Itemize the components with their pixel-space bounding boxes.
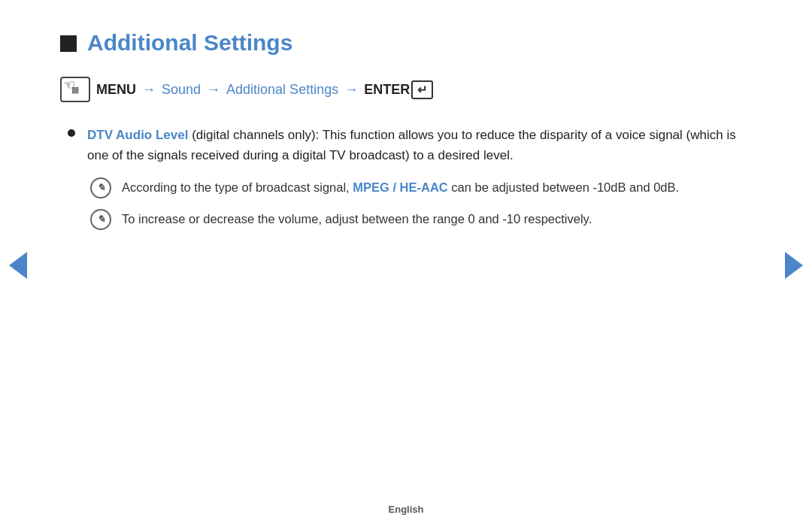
note-icon-2: ✎: [90, 209, 111, 230]
section-block-icon: [60, 35, 77, 52]
bullet-text: DTV Audio Level (digital channels only):…: [87, 125, 744, 165]
bullet-item-dtv: DTV Audio Level (digital channels only):…: [68, 125, 744, 165]
breadcrumb: ☜ ▦ MENU → Sound → Additional Settings →…: [60, 77, 744, 102]
breadcrumb-menu: MENU: [96, 82, 136, 98]
note-text-2: To increase or decrease the volume, adju…: [122, 209, 592, 229]
nav-arrow-right[interactable]: [785, 252, 803, 279]
breadcrumb-additional-settings: Additional Settings: [226, 82, 338, 98]
note-text-1: According to the type of broadcast signa…: [122, 177, 679, 197]
menu-icon: ☜ ▦: [60, 77, 90, 102]
page-title: Additional Settings: [87, 30, 292, 56]
enter-icon: ↵: [411, 80, 433, 99]
breadcrumb-arrow-3: →: [344, 82, 358, 98]
enter-label: ENTER: [364, 82, 410, 98]
note-item-2: ✎ To increase or decrease the volume, ad…: [68, 209, 744, 230]
note1-highlight: MPEG / HE-AAC: [353, 180, 448, 194]
breadcrumb-enter: ENTER ↵: [364, 80, 433, 99]
note1-suffix: can be adjusted between -10dB and 0dB.: [448, 180, 679, 194]
note-icon-1: ✎: [90, 177, 111, 198]
nav-arrow-left[interactable]: [9, 252, 27, 279]
content-area: DTV Audio Level (digital channels only):…: [60, 125, 744, 230]
dtv-audio-level-term: DTV Audio Level: [87, 128, 188, 142]
breadcrumb-sound: Sound: [162, 82, 201, 98]
page-header: Additional Settings: [60, 30, 744, 56]
footer-language: English: [389, 504, 424, 515]
bullet-dot: [68, 129, 75, 137]
page-container: Additional Settings ☜ ▦ MENU → Sound → A…: [0, 0, 812, 530]
breadcrumb-arrow-1: →: [142, 82, 156, 98]
note-item-1: ✎ According to the type of broadcast sig…: [68, 177, 744, 198]
breadcrumb-arrow-2: →: [207, 82, 220, 98]
hand-icon: ☜: [63, 77, 75, 93]
note1-prefix: According to the type of broadcast signa…: [122, 180, 353, 194]
